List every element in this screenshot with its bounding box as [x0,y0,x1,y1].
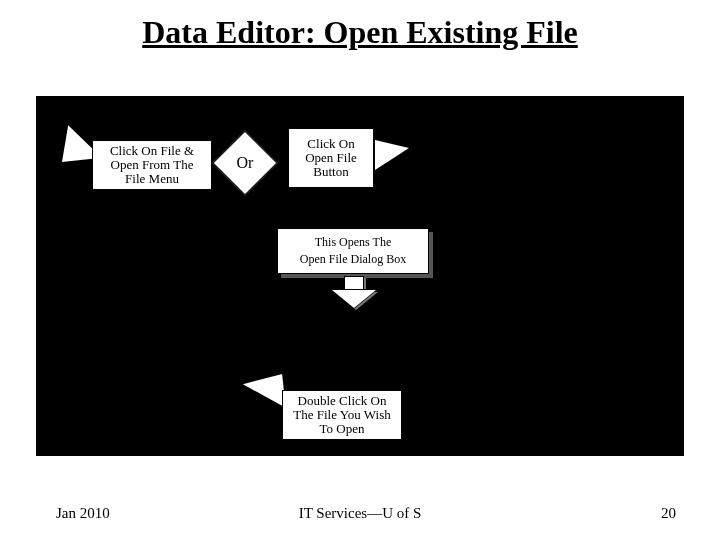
or-text: Or [222,140,268,186]
down-arrow-icon [330,276,376,312]
box-front: This Opens The Open File Dialog Box [277,228,429,274]
result-line-1: This Opens The [315,234,391,251]
callout-text: Double Click On The File You Wish To Ope… [289,394,395,437]
callout-double-click: Double Click On The File You Wish To Ope… [282,390,402,440]
callout-open-button: Click On Open File Button [288,128,374,188]
callout-text: Click On File & Open From The File Menu [99,144,205,187]
or-diamond: Or [222,140,268,186]
result-box: This Opens The Open File Dialog Box [277,228,429,274]
slide: Data Editor: Open Existing File Click On… [0,0,720,540]
callout-file-menu: Click On File & Open From The File Menu [92,140,212,190]
callout-text: Click On Open File Button [295,137,367,180]
footer: Jan 2010 IT Services—U of S 20 [0,498,720,522]
callout-pointer [242,374,285,412]
result-line-2: Open File Dialog Box [300,251,406,268]
footer-page-number: 20 [661,505,676,522]
slide-title: Data Editor: Open Existing File [0,14,720,51]
footer-center: IT Services—U of S [0,505,720,522]
callout-pointer [375,140,409,170]
